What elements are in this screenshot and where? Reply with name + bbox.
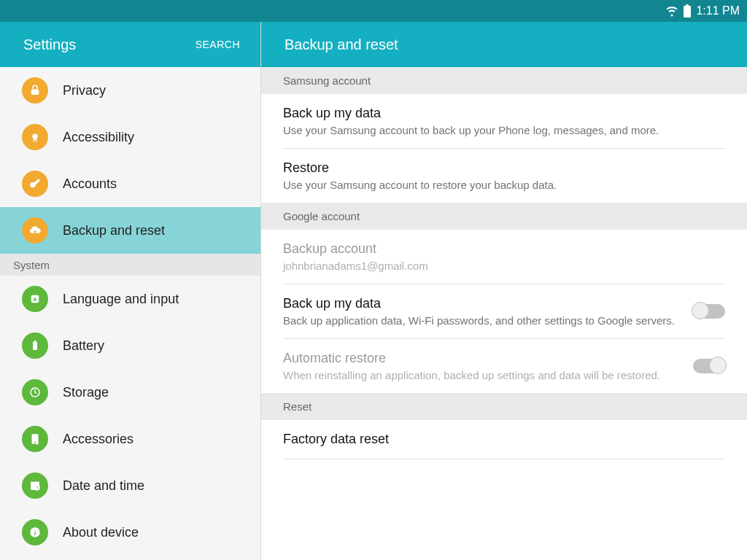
setting-google-backup-my-data[interactable]: Back up my data Back up application data… [261,284,747,338]
setting-subtitle: johnbrianadams1@gmail.com [283,260,725,272]
sidebar-item-label: Privacy [63,83,106,98]
setting-title: Automatic restore [283,351,678,366]
wifi-icon [665,4,678,18]
sidebar-item-label: Backup and reset [63,223,165,238]
setting-title: Back up my data [283,296,678,311]
datetime-icon [22,472,48,499]
setting-subtitle: When reinstalling an application, backed… [283,369,678,381]
sidebar-item-language-and-input[interactable]: A Language and input [0,276,260,322]
content-title: Backup and reset [261,22,747,67]
battery-icon [683,4,692,18]
setting-factory-data-reset[interactable]: Factory data reset [261,420,747,459]
sidebar-item-date-and-time[interactable]: Date and time [0,462,260,509]
setting-title: Restore [283,160,725,176]
sidebar-header: Settings SEARCH [0,22,260,67]
language-icon: A [22,286,48,312]
sidebar-item-label: Storage [63,385,109,400]
sidebar-title: Settings [23,36,76,53]
sidebar-item-label: About device [63,525,139,540]
backup-icon [22,217,48,244]
accessories-icon [22,426,48,452]
group-header-reset: Reset [261,393,747,420]
setting-google-automatic-restore: Automatic restore When reinstalling an a… [261,339,747,393]
svg-rect-7 [34,341,36,342]
sidebar-item-storage[interactable]: Storage [0,369,260,416]
svg-text:i: i [34,529,36,537]
accessibility-icon [22,124,48,150]
sidebar-item-backup-and-reset[interactable]: Backup and reset [0,207,260,254]
toggle-google-backup[interactable] [693,304,725,319]
svg-text:A: A [33,296,37,303]
sidebar-item-label: Date and time [63,478,144,494]
storage-icon [22,379,48,405]
sidebar-item-accessories[interactable]: Accessories [0,416,260,462]
sidebar-item-label: Accounts [63,176,117,192]
svg-rect-0 [684,6,691,18]
sidebar-item-label: Language and input [63,292,179,307]
sidebar-item-accessibility[interactable]: Accessibility [0,114,260,160]
setting-subtitle: Use your Samsung account to back up your… [283,124,725,136]
setting-samsung-restore[interactable]: Restore Use your Samsung account to rest… [261,149,747,203]
svg-point-10 [34,442,36,443]
toggle-automatic-restore [693,359,725,373]
status-bar: 1:11 PM [0,0,747,22]
group-header-google: Google account [261,203,747,230]
setting-title: Backup account [283,241,725,257]
svg-rect-2 [31,90,39,96]
about-icon: i [22,519,48,545]
setting-subtitle: Use your Samsung account to restore your… [283,179,725,191]
setting-title: Factory data reset [283,432,725,447]
divider [283,459,725,459]
svg-rect-1 [686,4,689,7]
sidebar-section-system: System [0,254,260,276]
status-time: 1:11 PM [696,4,740,18]
group-header-samsung: Samsung account [261,67,747,94]
svg-rect-12 [31,482,39,484]
sidebar-item-label: Battery [63,338,104,354]
content-panel: Backup and reset Samsung account Back up… [261,22,747,560]
search-button[interactable]: SEARCH [196,39,240,50]
sidebar-item-accounts[interactable]: Accounts [0,160,260,207]
sidebar-list: Privacy Accessibility Accounts Backup an… [0,67,260,560]
setting-google-backup-account[interactable]: Backup account johnbrianadams1@gmail.com [261,230,747,284]
privacy-icon [22,77,48,104]
setting-subtitle: Back up application data, Wi-Fi password… [283,314,678,327]
sidebar-item-label: Accessories [63,432,133,447]
sidebar-item-about-device[interactable]: i About device [0,509,260,556]
setting-title: Back up my data [283,106,725,121]
svg-rect-6 [33,342,37,350]
sidebar-item-battery[interactable]: Battery [0,322,260,369]
battery-icon [22,332,48,359]
sidebar-item-privacy[interactable]: Privacy [0,67,260,114]
setting-samsung-backup[interactable]: Back up my data Use your Samsung account… [261,94,747,148]
settings-sidebar: Settings SEARCH Privacy Accessibility [0,22,261,560]
sidebar-item-label: Accessibility [63,130,134,145]
accounts-icon [22,171,48,197]
